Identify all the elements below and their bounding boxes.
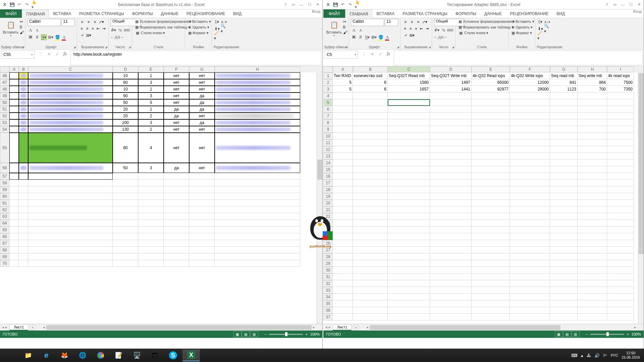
borders-icon[interactable]: ⊞▾ xyxy=(48,34,54,40)
cell[interactable]: нет xyxy=(189,133,215,163)
row-header[interactable]: 34 xyxy=(323,294,333,300)
cell[interactable] xyxy=(333,294,353,300)
cell[interactable]: 4k read iops xyxy=(607,72,634,79)
cell[interactable] xyxy=(333,146,353,153)
cell[interactable] xyxy=(578,280,607,287)
cell[interactable] xyxy=(19,86,28,93)
bold-icon[interactable]: Ж xyxy=(351,34,357,40)
cell[interactable] xyxy=(578,314,607,320)
cell[interactable] xyxy=(472,160,510,166)
cell[interactable] xyxy=(550,220,578,227)
zoom-in-icon[interactable]: + xyxy=(305,332,307,336)
cell[interactable] xyxy=(28,163,113,173)
maximize-icon[interactable]: ☐ xyxy=(306,2,313,8)
cell[interactable] xyxy=(550,233,578,240)
cell[interactable] xyxy=(430,267,472,274)
cell[interactable] xyxy=(472,146,510,153)
tab-formulas[interactable]: ФОРМУЛЫ xyxy=(451,9,480,18)
cell[interactable] xyxy=(28,233,113,240)
name-box[interactable]: C5 xyxy=(324,51,358,59)
cell[interactable] xyxy=(550,193,578,200)
increase-font-icon[interactable]: A xyxy=(28,27,34,33)
cell[interactable] xyxy=(388,294,430,300)
col-header[interactable]: B xyxy=(353,66,388,72)
cell[interactable]: да xyxy=(189,106,215,113)
cell[interactable]: Seq-Q32T Read mb xyxy=(388,72,430,79)
indent-decrease-icon[interactable]: ⇤ xyxy=(419,25,424,32)
select-all-corner[interactable] xyxy=(323,66,333,72)
close-icon[interactable]: ✕ xyxy=(314,2,321,8)
vertical-scrollbar[interactable] xyxy=(317,72,322,324)
cell[interactable] xyxy=(550,314,578,320)
row-header[interactable]: 58 xyxy=(0,180,9,186)
tray-volume-icon[interactable]: 🔊 xyxy=(594,353,600,358)
row-header[interactable]: 49 xyxy=(0,93,9,99)
tab-insert[interactable]: ВСТАВКА xyxy=(372,9,398,18)
row-header[interactable]: 7 xyxy=(323,113,333,119)
row-header[interactable]: 53 xyxy=(0,119,9,126)
cell[interactable] xyxy=(607,240,634,247)
paste-button[interactable]: 📋 Вставить ▾ xyxy=(325,19,343,38)
cell[interactable] xyxy=(215,213,300,220)
cell[interactable] xyxy=(472,113,510,119)
cell[interactable]: 3 xyxy=(138,79,164,86)
cell[interactable] xyxy=(113,253,138,260)
paste-button[interactable]: 📋 Вставить ▾ xyxy=(2,19,19,38)
cell[interactable] xyxy=(578,206,607,213)
cell[interactable] xyxy=(510,233,550,240)
cell[interactable] xyxy=(550,99,578,106)
cell[interactable] xyxy=(472,227,510,233)
cell[interactable] xyxy=(9,180,19,186)
cell[interactable] xyxy=(113,200,138,206)
cell[interactable] xyxy=(550,213,578,220)
cell[interactable] xyxy=(19,193,28,200)
cell[interactable] xyxy=(215,133,300,163)
cell[interactable] xyxy=(189,213,215,220)
cell[interactable] xyxy=(113,260,138,267)
cell[interactable] xyxy=(607,307,634,314)
row-header[interactable]: 6 xyxy=(323,106,333,113)
cell[interactable] xyxy=(550,307,578,314)
tab-page-layout[interactable]: РАЗМЕТКА СТРАНИЦЫ xyxy=(398,9,451,18)
cell[interactable]: 29000 xyxy=(510,86,550,93)
cell[interactable]: 1 xyxy=(138,106,164,113)
cell[interactable] xyxy=(353,227,388,233)
bold-icon[interactable]: Ж xyxy=(28,34,34,40)
cell[interactable] xyxy=(472,173,510,180)
cell[interactable] xyxy=(607,280,634,287)
cell[interactable] xyxy=(28,79,113,86)
cell[interactable] xyxy=(607,220,634,227)
cell[interactable] xyxy=(333,287,353,294)
cell[interactable] xyxy=(333,314,353,320)
cell[interactable]: 6 xyxy=(353,79,388,86)
cell[interactable] xyxy=(19,220,28,227)
row-header[interactable]: 68 xyxy=(0,247,9,253)
tray-keyboard-icon[interactable]: ⌨ xyxy=(571,353,578,358)
cell[interactable] xyxy=(28,240,113,247)
cell[interactable] xyxy=(607,227,634,233)
tab-data[interactable]: ДАННЫЕ xyxy=(480,9,506,18)
cell[interactable] xyxy=(164,186,189,193)
cell[interactable] xyxy=(28,133,113,163)
cell[interactable]: нет xyxy=(189,72,215,79)
cell[interactable] xyxy=(472,133,510,139)
cell[interactable] xyxy=(430,253,472,260)
cell[interactable] xyxy=(333,274,353,280)
cell[interactable] xyxy=(353,180,388,186)
help-icon[interactable]: ? xyxy=(282,2,289,8)
cell[interactable] xyxy=(138,213,164,220)
cell[interactable] xyxy=(510,227,550,233)
cell[interactable] xyxy=(388,160,430,166)
cell[interactable] xyxy=(388,206,430,213)
cell[interactable] xyxy=(388,99,430,106)
cell[interactable] xyxy=(353,294,388,300)
increase-decimal-icon[interactable]: ←,0 xyxy=(111,34,117,40)
cell[interactable] xyxy=(9,227,19,233)
cell[interactable] xyxy=(388,93,430,99)
cell[interactable]: Seq-Q32T Write mb xyxy=(430,72,472,79)
cell[interactable] xyxy=(578,153,607,160)
row-header[interactable]: 13 xyxy=(323,153,333,160)
align-left-icon[interactable]: ≡ xyxy=(402,25,408,32)
cell[interactable] xyxy=(28,200,113,206)
cell[interactable]: 80 xyxy=(113,79,138,86)
